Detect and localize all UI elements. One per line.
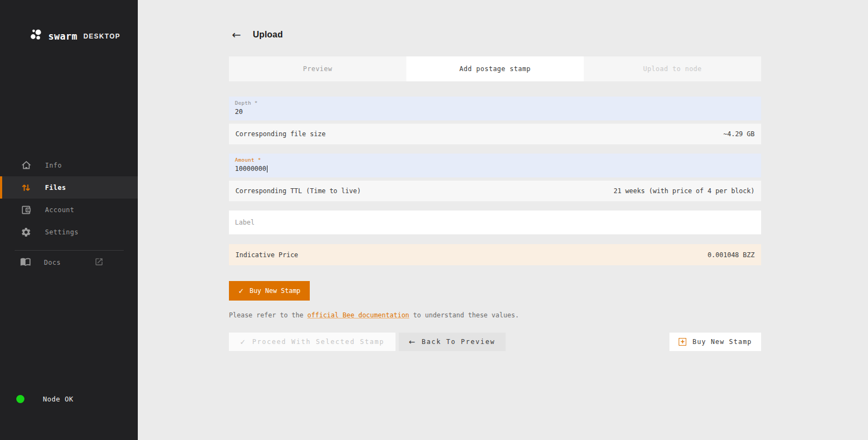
logo-suffix-text: DESKTOP xyxy=(84,33,120,40)
file-size-value: ~4.29 GB xyxy=(723,130,755,138)
buy-new-stamp-footer-label: Buy New Stamp xyxy=(692,338,752,346)
footer-actions: ✓ Proceed With Selected Stamp ← Back To … xyxy=(229,333,761,351)
amount-input[interactable]: Amount * 10000000 xyxy=(229,154,761,177)
tab-upload-to-node[interactable]: Upload to node xyxy=(584,56,761,81)
checkmark-icon: ✓ xyxy=(238,287,244,295)
sidebar-item-label: Info xyxy=(45,162,62,169)
arrows-up-down-icon xyxy=(20,182,32,194)
sidebar-item-info[interactable]: Info xyxy=(0,154,138,176)
back-button[interactable]: ← xyxy=(229,27,244,42)
proceed-label: Proceed With Selected Stamp xyxy=(252,338,385,346)
ttl-row: Corresponding TTL (Time to live) 21 week… xyxy=(229,181,761,201)
sidebar-nav: Info Files Account xyxy=(0,154,138,243)
main-area: ← Upload Preview Add postage stamp Uploa… xyxy=(138,0,868,440)
buy-new-stamp-button[interactable]: ✓ Buy New Stamp xyxy=(229,281,310,301)
node-status-label: Node OK xyxy=(43,395,73,403)
label-input[interactable]: Label xyxy=(229,211,761,234)
page-header: ← Upload xyxy=(229,26,761,43)
bee-documentation-link[interactable]: official Bee documentation xyxy=(308,311,410,319)
text-caret xyxy=(267,165,267,173)
sidebar-item-docs[interactable]: Docs xyxy=(0,251,138,274)
gear-icon xyxy=(20,226,32,238)
plus-square-icon: + xyxy=(679,338,686,346)
depth-label: Depth * xyxy=(235,100,761,106)
file-size-label: Corresponding file size xyxy=(235,130,326,138)
upload-content: ← Upload Preview Add postage stamp Uploa… xyxy=(229,0,761,351)
proceed-with-selected-stamp-button[interactable]: ✓ Proceed With Selected Stamp xyxy=(229,333,395,351)
back-to-preview-button[interactable]: ← Back To Preview xyxy=(399,333,506,351)
node-status: Node OK xyxy=(0,395,138,403)
external-link-icon xyxy=(94,257,104,269)
help-prefix: Please refer to the xyxy=(229,311,308,319)
left-arrow-icon: ← xyxy=(232,28,241,41)
sidebar-item-label: Settings xyxy=(45,228,79,236)
help-text: Please refer to the official Bee documen… xyxy=(229,311,761,319)
sidebar-item-account[interactable]: Account xyxy=(0,199,138,221)
buy-new-stamp-footer-button[interactable]: + Buy New Stamp xyxy=(669,333,761,351)
tab-label: Upload to node xyxy=(643,65,701,73)
tab-label: Add postage stamp xyxy=(459,65,531,73)
docs-section: Docs xyxy=(0,250,138,274)
book-icon xyxy=(20,256,31,269)
indicative-price-row: Indicative Price 0.001048 BZZ xyxy=(229,244,761,265)
checkmark-icon: ✓ xyxy=(240,338,246,346)
indicative-price-label: Indicative Price xyxy=(235,251,298,259)
sidebar-item-label: Docs xyxy=(44,259,61,266)
label-placeholder: Label xyxy=(235,219,254,226)
tab-label: Preview xyxy=(303,65,332,73)
ttl-label: Corresponding TTL (Time to live) xyxy=(235,187,361,195)
ttl-value: 21 weeks (with price of 4 per block) xyxy=(614,187,755,195)
app-logo: swarm DESKTOP xyxy=(29,28,120,44)
sidebar-item-files[interactable]: Files xyxy=(0,176,138,199)
file-size-row: Corresponding file size ~4.29 GB xyxy=(229,124,761,144)
tab-add-postage-stamp[interactable]: Add postage stamp xyxy=(406,56,584,81)
buy-new-stamp-label: Buy New Stamp xyxy=(250,287,301,295)
tab-preview[interactable]: Preview xyxy=(229,56,406,81)
home-icon xyxy=(20,160,32,171)
node-status-dot xyxy=(16,395,24,403)
stepper-tabs: Preview Add postage stamp Upload to node xyxy=(229,56,761,81)
swarm-logo-icon xyxy=(29,28,43,44)
wallet-icon xyxy=(20,204,32,216)
sidebar-item-label: Account xyxy=(45,206,74,214)
depth-input[interactable]: Depth * 20 xyxy=(229,97,761,120)
sidebar-item-label: Files xyxy=(45,184,66,192)
sidebar: swarm DESKTOP Info Files xyxy=(0,0,138,440)
sidebar-item-settings[interactable]: Settings xyxy=(0,221,138,243)
depth-value: 20 xyxy=(235,108,761,116)
back-to-preview-label: Back To Preview xyxy=(422,338,495,346)
left-arrow-icon: ← xyxy=(409,337,416,346)
amount-value: 10000000 xyxy=(235,165,761,173)
sidebar-divider xyxy=(15,250,124,251)
indicative-price-value: 0.001048 BZZ xyxy=(707,251,755,259)
amount-label: Amount * xyxy=(235,157,761,163)
page-title: Upload xyxy=(253,30,283,40)
help-suffix: to understand these values. xyxy=(409,311,519,319)
logo-brand-text: swarm xyxy=(48,31,78,42)
